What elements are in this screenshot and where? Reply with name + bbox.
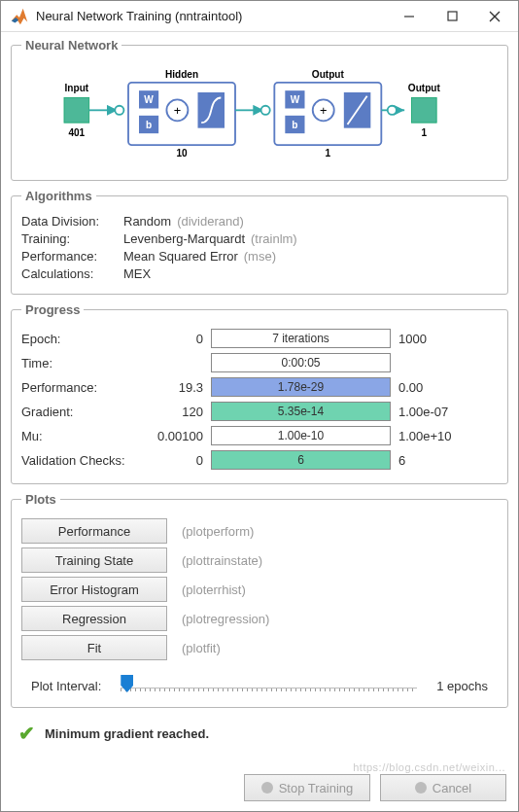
time-bar: 0:00:05 [211,353,391,372]
close-button[interactable] [473,2,516,31]
maximize-button[interactable] [431,2,473,31]
minimize-icon [403,11,415,22]
alg-performance: Performance: Mean Squared Error (mse) [21,249,498,264]
plot-training-state-button[interactable]: Training State [21,547,167,573]
gradient-bar: 5.35e-14 [211,402,391,421]
plot-interval-value: 1 epochs [436,679,488,693]
svg-text:W: W [291,94,300,105]
plot-interval-label: Plot Interval: [31,679,101,693]
hidden-label: Hidden [165,69,198,80]
bottom-buttons: Stop Training Cancel [1,768,518,811]
final-output-label: Output [408,83,441,93]
neural-network-section: Neural Network Input 401 Hidden W b + 10… [11,38,508,181]
plots-section: Plots Performance(plotperform) Training … [11,492,508,708]
plot-fit-button[interactable]: Fit [21,635,167,660]
plot-interval-row: Plot Interval: 1 epochs [21,674,498,697]
watermark: https://blog.csdn.net/weixin... [353,761,505,773]
matlab-logo-icon [9,6,30,27]
progress-section: Progress Epoch: 0 7 iterations 1000 Time… [11,302,508,484]
output-label: Output [312,69,345,80]
input-label: Input [65,83,89,93]
status-text: Minimum gradient reached. [45,726,209,741]
svg-rect-4 [64,98,89,124]
algorithms-section: Algorithms Data Division: Random (divide… [11,189,508,295]
performance-bar: 1.78e-29 [211,377,391,397]
window-title: Neural Network Training (nntraintool) [36,9,388,23]
status-row: ✔ Minimum gradient reached. [11,716,508,751]
plot-interval-slider[interactable] [121,674,417,697]
cancel-icon [415,782,427,794]
progress-validation: Validation Checks: 0 6 6 [21,449,498,471]
plots-legend: Plots [21,492,60,507]
plot-error-histogram-button[interactable]: Error Histogram [21,577,167,602]
input-size: 401 [68,127,85,138]
svg-text:b: b [146,120,152,130]
svg-point-27 [388,106,397,115]
minimize-button[interactable] [388,2,431,31]
hidden-size: 10 [176,148,188,159]
maximize-icon [447,11,458,21]
titlebar: Neural Network Training (nntraintool) [1,1,518,32]
network-diagram: Input 401 Hidden W b + 10 Output W b + 1 [21,60,467,167]
svg-text:+: + [174,103,182,118]
alg-data-division: Data Division: Random (dividerand) [21,214,498,229]
progress-mu: Mu: 0.00100 1.00e-10 1.00e+10 [21,425,498,446]
svg-text:+: + [320,103,328,118]
svg-text:W: W [144,94,154,105]
progress-legend: Progress [21,302,84,317]
progress-epoch: Epoch: 0 7 iterations 1000 [21,328,498,349]
final-output-size: 1 [422,127,428,138]
progress-time: Time: 0:00:05 [21,352,498,373]
plot-performance-button[interactable]: Performance [21,518,167,544]
algorithms-legend: Algorithms [21,189,96,203]
svg-rect-1 [448,12,457,20]
alg-training: Training: Levenberg-Marquardt (trainlm) [21,231,498,246]
checkmark-icon: ✔ [18,722,35,745]
progress-gradient: Gradient: 120 5.35e-14 1.00e-07 [21,401,498,422]
svg-point-6 [115,106,123,115]
svg-rect-28 [411,98,436,124]
output-size: 1 [326,148,331,159]
svg-point-16 [261,106,270,115]
progress-performance: Performance: 19.3 1.78e-29 0.00 [21,376,498,398]
svg-text:b: b [292,120,297,130]
plot-regression-button[interactable]: Regression [21,606,167,631]
content-area: Neural Network Input 401 Hidden W b + 10… [1,32,518,768]
cancel-button[interactable]: Cancel [380,774,506,801]
close-icon [489,11,501,22]
stop-training-button[interactable]: Stop Training [244,774,370,801]
validation-bar: 6 [211,450,391,470]
mu-bar: 1.00e-10 [211,426,391,445]
neural-network-legend: Neural Network [21,38,121,53]
epoch-bar: 7 iterations [211,329,391,348]
stop-icon [261,782,273,794]
alg-calculations: Calculations: MEX [21,266,498,281]
